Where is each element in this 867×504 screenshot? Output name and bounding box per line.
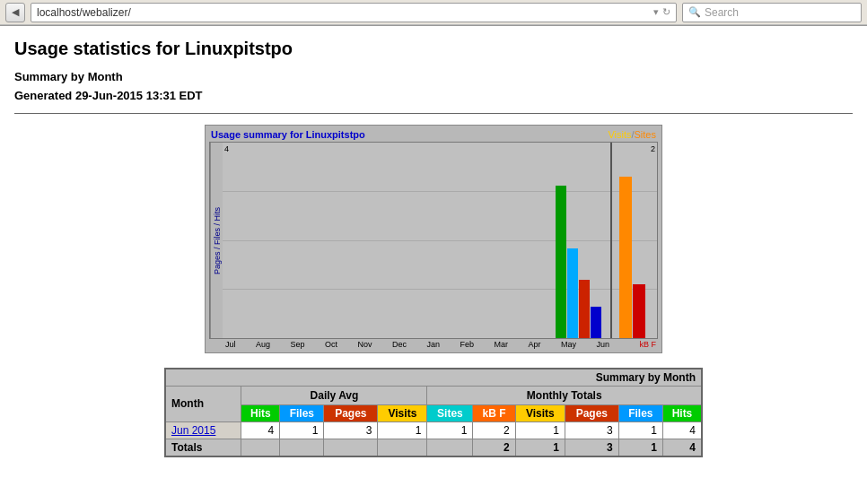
header-pages: Pages [324,404,378,421]
x-label-feb: Feb [460,340,475,349]
summary-table: Summary by Month Month Daily Avg Monthly… [164,368,703,457]
col-group-daily: Daily Avg [241,386,427,404]
nav-bar: ◀ localhost/webalizer/ ▾ ↻ 🔍 Search [0,0,867,25]
monthly-sites: 1 [427,421,473,439]
daily-hits: 4 [241,421,280,439]
daily-visits: 1 [378,421,427,439]
search-placeholder: Search [705,6,739,19]
chart-title: Usage summary for Linuxpitstpo [211,129,365,140]
page-content: Usage statistics for Linuxpitstpo Summar… [0,26,867,504]
totals-pages: 3 [565,439,618,456]
col-month-header: Month [165,386,241,421]
monthly-visits: 1 [515,421,565,439]
chart-right-panel: 2 [612,143,657,338]
grid-line-1 [223,191,610,192]
chart-container: Usage summary for Linuxpitstpo Visits/Si… [14,125,853,353]
dropdown-icon[interactable]: ▾ [653,6,659,18]
header-hits2: Hits [662,404,702,421]
header-files2: Files [618,404,662,421]
back-button[interactable]: ◀ [5,3,25,22]
table-row: Jun 2015 4 1 3 1 1 2 1 3 1 4 [165,421,702,439]
header-hits: Hits [241,404,280,421]
header-visits: Visits [378,404,427,421]
divider [14,113,853,114]
x-label-jun: Jun [596,340,609,349]
header-pages2: Pages [565,404,618,421]
chart-grid [223,143,610,338]
x-label-jul: Jul [225,340,236,349]
totals-row: Totals 2 1 3 1 4 [165,439,702,456]
chart-box: Usage summary for Linuxpitstpo Visits/Si… [205,125,662,353]
totals-label: Totals [165,439,241,456]
url-text: localhost/webalizer/ [37,6,653,19]
bar-kbf [633,284,645,338]
totals-empty-3 [324,439,378,456]
header-visits2: Visits [515,404,565,421]
bar-hits [556,186,566,338]
grid-line-3 [223,289,610,290]
header-sites: Sites [427,404,473,421]
totals-kbf: 2 [473,439,515,456]
totals-empty-4 [378,439,427,456]
daily-pages: 3 [324,421,378,439]
x-label-aug: Aug [256,340,270,349]
totals-visits: 1 [515,439,565,456]
bar-files [567,248,578,338]
page-title: Usage statistics for Linuxpitstpo [14,39,853,59]
legend-visits: Visits [608,129,631,140]
monthly-hits: 4 [662,421,702,439]
x-axis-row: Jul Aug Sep Oct Nov Dec Jan Feb Mar Apr … [209,339,658,349]
y-top-label-right: 2 [651,144,655,153]
generated-label: Generated 29-Jun-2015 13:31 EDT [14,87,853,106]
search-bar[interactable]: 🔍 Search [682,3,862,22]
bars-group [556,186,601,338]
legend-sites: Sites [635,129,656,140]
chart-inner: Pages / Files / Hits 4 [209,142,658,339]
bar-sites [619,177,632,338]
x-label-dec: Dec [392,340,407,349]
totals-empty-1 [241,439,280,456]
refresh-icon[interactable]: ↻ [662,6,670,18]
bar-visits [591,307,601,338]
monthly-pages: 3 [565,421,618,439]
right-bars [619,177,645,338]
chart-legend: Visits/Sites [608,129,656,140]
summary-table-container: Summary by Month Month Daily Avg Monthly… [14,368,853,457]
daily-files: 1 [280,421,324,439]
x-label-oct: Oct [325,340,337,349]
back-icon: ◀ [12,6,19,18]
col-group-monthly: Monthly Totals [427,386,702,404]
header-kbf: kB F [473,404,515,421]
monthly-kbf: 2 [473,421,515,439]
url-bar[interactable]: localhost/webalizer/ ▾ ↻ [31,3,677,22]
x-label-mar: Mar [495,340,509,349]
browser-chrome: ◀ localhost/webalizer/ ▾ ↻ 🔍 Search [0,0,867,26]
x-label-apr: Apr [528,340,540,349]
url-icons: ▾ ↻ [653,6,670,18]
month-link[interactable]: Jun 2015 [171,424,215,437]
totals-empty-2 [280,439,324,456]
search-icon: 🔍 [688,6,701,18]
x-label-right: kB F [613,340,658,349]
x-label-sep: Sep [291,340,305,349]
month-cell: Jun 2015 [165,421,241,439]
grid-line-2 [223,240,610,241]
chart-left-panel: 4 [223,143,612,338]
chart-header: Usage summary for Linuxpitstpo Visits/Si… [209,129,658,140]
table-title: Summary by Month [165,369,702,387]
totals-empty-sites [427,439,473,456]
totals-hits: 4 [662,439,702,456]
y-axis-label: Pages / Files / Hits [210,143,223,338]
x-label-nov: Nov [358,340,372,349]
totals-files: 1 [618,439,662,456]
summary-by-month-label: Summary by Month [14,68,853,87]
bar-pages [579,280,590,338]
x-label-may: May [561,340,576,349]
x-labels-left: Jul Aug Sep Oct Nov Dec Jan Feb Mar Apr … [222,340,613,349]
monthly-files: 1 [618,421,662,439]
x-label-jan: Jan [427,340,441,349]
header-files: Files [280,404,324,421]
